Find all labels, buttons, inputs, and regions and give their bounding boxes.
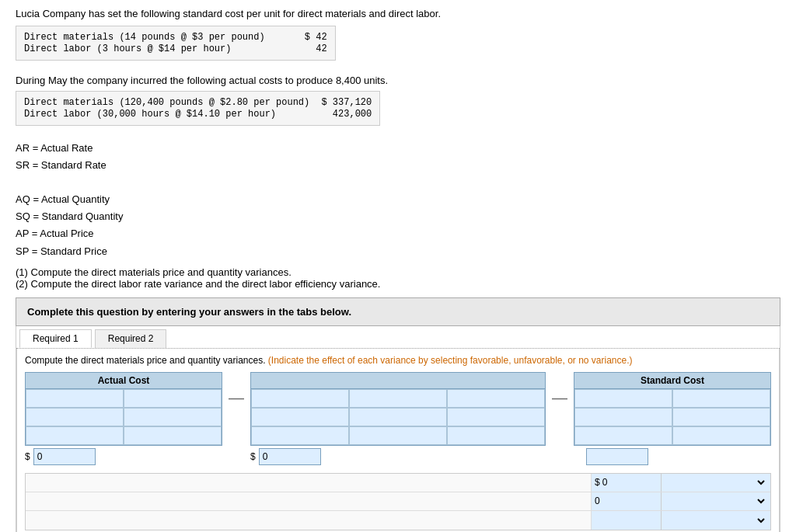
actual-row3-col2[interactable] — [124, 426, 222, 445]
mid-row2-col3[interactable] — [447, 408, 545, 426]
ar-abbrev: AR = Actual Rate — [16, 140, 780, 157]
variance-row-1: $ Favorable Unfavorable No variance — [26, 474, 770, 492]
actual-r2c1-input[interactable] — [26, 409, 123, 426]
var2-amount-input[interactable] — [595, 495, 641, 506]
act-materials-label: Direct materials (120,400 pounds @ $2.80… — [24, 97, 309, 108]
tabs-container: Required 1 Required 2 Compute the direct… — [16, 326, 780, 532]
act-labor-value: 423,000 — [309, 109, 372, 120]
var2-label-cell — [26, 492, 592, 510]
variance-section: $ Favorable Unfavorable No variance — [25, 473, 771, 530]
actual-row3-col1[interactable] — [26, 426, 124, 445]
actual-dollar-sign: $ — [25, 451, 30, 462]
mid-row2-col1[interactable] — [251, 408, 349, 426]
instructions-section: (1) Compute the direct materials price a… — [16, 266, 780, 290]
std-r1c2-input[interactable] — [673, 390, 770, 407]
complete-box: Complete this question by entering your … — [16, 297, 780, 326]
standard-cost-table: Direct materials (14 pounds @ $3 per pou… — [16, 26, 336, 61]
tabs-row: Required 1 Required 2 — [16, 326, 780, 349]
sr-abbrev: SR = Standard Rate — [16, 157, 780, 174]
instruction-orange: (Indicate the effect of each variance by… — [268, 355, 633, 366]
actual-row1-col1[interactable] — [26, 389, 124, 408]
std-r2c2-input[interactable] — [673, 409, 770, 426]
actual-total-box[interactable] — [33, 448, 96, 465]
actual-cost-table: Direct materials (120,400 pounds @ $2.80… — [16, 91, 380, 126]
actual-row2-col2[interactable] — [124, 408, 222, 426]
variance-row-2: Favorable Unfavorable No variance — [26, 492, 770, 511]
var2-select-cell[interactable]: Favorable Unfavorable No variance — [662, 492, 770, 510]
mid-r3c2-input[interactable] — [350, 427, 446, 444]
std-r2c1-input[interactable] — [575, 409, 672, 426]
var1-dollar: $ — [595, 477, 600, 488]
mid-row2-col2[interactable] — [349, 408, 447, 426]
mid-r3c1-input[interactable] — [252, 427, 348, 444]
std-row3-col2[interactable] — [672, 426, 770, 445]
std-total-box[interactable] — [586, 448, 648, 465]
var1-select-cell[interactable]: Favorable Unfavorable No variance — [662, 474, 770, 492]
std-row3-col1[interactable] — [574, 426, 672, 445]
mid-r2c2-input[interactable] — [350, 409, 446, 426]
mid-row3-col2[interactable] — [349, 426, 447, 445]
mid-dollar-sign: $ — [250, 451, 256, 462]
mid-total-input[interactable] — [263, 451, 309, 462]
middle-body — [250, 389, 546, 446]
tab-required2[interactable]: Required 2 — [95, 329, 167, 348]
mid-r2c1-input[interactable] — [252, 409, 348, 426]
ap-abbrev: AP = Actual Price — [16, 225, 780, 242]
actual-row1-col2[interactable] — [124, 389, 222, 408]
var2-amount-cell[interactable] — [592, 492, 662, 510]
std-row2-col1[interactable] — [574, 408, 672, 426]
mid-r1c1-input[interactable] — [252, 390, 348, 407]
sq-abbrev: SQ = Standard Quantity — [16, 208, 780, 225]
actual-r3c1-input[interactable] — [26, 427, 123, 444]
materials-label: Direct materials (14 pounds @ $3 per pou… — [24, 32, 265, 43]
labor-value: 42 — [265, 43, 327, 54]
std-r1c1-input[interactable] — [575, 390, 672, 407]
middle-section: $ — [250, 372, 546, 465]
mid-row1-col2[interactable] — [349, 389, 447, 408]
mid-row1-col3[interactable] — [447, 389, 545, 408]
mid-r1c2-input[interactable] — [350, 390, 446, 407]
actual-r1c2-input[interactable] — [124, 390, 221, 407]
actual-cost-header: Actual Cost — [25, 372, 222, 389]
mid-row3-col1[interactable] — [251, 426, 349, 445]
var3-select-cell[interactable]: Favorable Unfavorable No variance — [662, 511, 770, 530]
var3-select[interactable]: Favorable Unfavorable No variance — [665, 514, 767, 527]
actual-r3c2-input[interactable] — [124, 427, 221, 444]
actual-r2c2-input[interactable] — [124, 409, 221, 426]
standard-cost-body — [574, 389, 771, 446]
std-row2-col2[interactable] — [672, 408, 770, 426]
var1-label-cell — [26, 474, 592, 492]
labor-label: Direct labor (3 hours @ $14 per hour) — [24, 43, 265, 54]
actual-row2-col1[interactable] — [26, 408, 124, 426]
mid-row1-col1[interactable] — [251, 389, 349, 408]
act-materials-value: $ 337,120 — [309, 97, 372, 108]
mid-r1c3-input[interactable] — [448, 390, 544, 407]
standard-cost-section: Standard Cost — [574, 372, 771, 465]
actual-r1c1-input[interactable] — [26, 390, 123, 407]
var1-amount-cell[interactable]: $ — [592, 474, 662, 492]
variance-row-3: Favorable Unfavorable No variance — [26, 511, 770, 530]
actual-cost-section: Actual Cost $ — [25, 372, 222, 465]
std-r3c2-input[interactable] — [673, 427, 770, 444]
intro-line1: Lucia Company has set the following stan… — [16, 8, 780, 19]
tab-content-required1: Compute the direct materials price and q… — [16, 349, 780, 532]
left-arrow-connector: — — [225, 372, 247, 407]
sp-abbrev: SP = Standard Price — [16, 243, 780, 260]
var3-amount-input[interactable] — [595, 515, 641, 526]
std-row1-col1[interactable] — [574, 389, 672, 408]
var3-amount-cell[interactable] — [592, 511, 662, 530]
mid-r2c3-input[interactable] — [448, 409, 544, 426]
std-r3c1-input[interactable] — [575, 427, 672, 444]
std-row1-col2[interactable] — [672, 389, 770, 408]
tab-required1[interactable]: Required 1 — [19, 329, 92, 348]
instruction-2: (2) Compute the direct labor rate varian… — [16, 278, 780, 290]
mid-r3c3-input[interactable] — [448, 427, 544, 444]
var1-amount-input[interactable] — [602, 477, 645, 488]
std-total-input[interactable] — [590, 451, 637, 462]
mid-row3-col3[interactable] — [447, 426, 545, 445]
var1-select[interactable]: Favorable Unfavorable No variance — [665, 476, 767, 489]
var2-select[interactable]: Favorable Unfavorable No variance — [665, 495, 767, 507]
actual-total-input[interactable] — [37, 451, 84, 462]
act-labor-label: Direct labor (30,000 hours @ $14.10 per … — [24, 109, 309, 120]
mid-total-box[interactable] — [259, 448, 321, 465]
